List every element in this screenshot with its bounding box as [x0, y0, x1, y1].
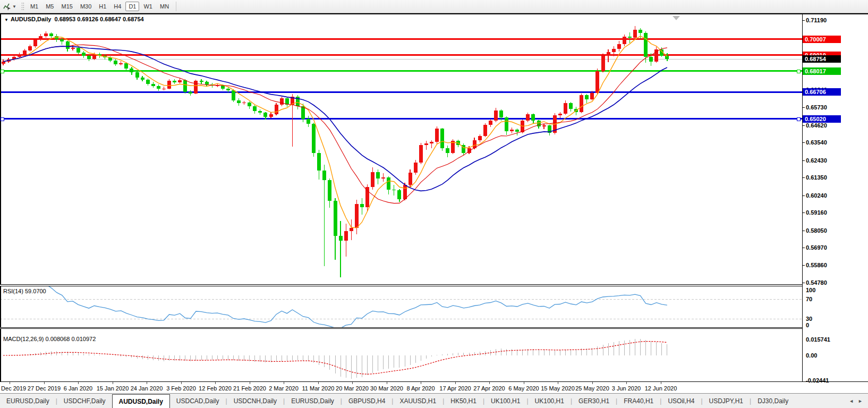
- y-axis-tick: [802, 283, 805, 283]
- candle: [322, 171, 326, 180]
- x-axis-tick: [10, 382, 10, 384]
- x-axis-tick: [455, 382, 456, 384]
- candle: [237, 100, 241, 103]
- rsi-pane[interactable]: [0, 286, 802, 327]
- macd-axis-label: -0.02441: [806, 377, 843, 384]
- price-level-label: 0.68017: [803, 67, 841, 75]
- candle: [607, 52, 610, 56]
- candle: [49, 33, 53, 36]
- tab-hk50-h1[interactable]: HK50,H1: [444, 394, 483, 408]
- main-chart-pane[interactable]: [0, 14, 802, 284]
- chart-cursor-icon[interactable]: [2, 2, 12, 11]
- candle: [194, 81, 198, 94]
- hline-handle[interactable]: [797, 117, 801, 121]
- candle: [494, 110, 498, 121]
- y-axis-tick-label: 0.58050: [806, 227, 843, 234]
- ohlc-high: 0.69126: [77, 16, 98, 22]
- tab-usdchf-daily[interactable]: USDCHF,Daily: [57, 394, 112, 408]
- candle: [28, 46, 32, 50]
- tab-xauusd-h1[interactable]: XAUUSD,H1: [393, 394, 442, 408]
- tf-button-m30[interactable]: M30: [77, 2, 95, 11]
- y-axis-tick: [802, 265, 805, 266]
- toolbar-grip[interactable]: [21, 2, 24, 11]
- hline-handle[interactable]: [1, 70, 4, 73]
- tab-usdjpy-h1[interactable]: USDJPY,H1: [703, 394, 750, 408]
- candle: [355, 204, 359, 228]
- candle: [275, 105, 278, 114]
- candle: [499, 110, 503, 118]
- hline-handle[interactable]: [1, 117, 4, 121]
- candle: [146, 80, 150, 84]
- candle: [82, 53, 86, 56]
- tab-uk100-h1[interactable]: UK100,H1: [484, 394, 526, 408]
- candle: [440, 129, 444, 148]
- candle: [365, 187, 369, 207]
- candle: [649, 57, 653, 62]
- tab-usoil-h4[interactable]: USOil,H4: [661, 394, 701, 408]
- tab-usdcad-daily[interactable]: USDCAD,Daily: [170, 394, 226, 408]
- x-axis-tick: [626, 382, 627, 384]
- tab-gbpusd-h4[interactable]: GBPUSD,H4: [342, 394, 392, 408]
- candle: [280, 98, 284, 105]
- candle: [18, 54, 21, 57]
- rsi-axis-label: 100: [806, 286, 843, 294]
- x-axis-label: 12 Jun 2020: [645, 385, 677, 392]
- macd-axis-label: 0.015741: [806, 336, 843, 343]
- time-axis[interactable]: 18 Dec 201927 Dec 20196 Jan 202015 Jan 2…: [0, 382, 802, 394]
- tab-usdcnh-daily[interactable]: USDCNH,Daily: [227, 394, 283, 408]
- candle: [617, 44, 621, 49]
- y-axis-tick-label: 0.59160: [806, 209, 843, 216]
- x-axis-label: 27 Dec 2019: [28, 385, 61, 392]
- tab-eurusd-daily[interactable]: EURUSD,Daily: [0, 394, 56, 408]
- y-axis-tick-label: 0.71190: [806, 16, 843, 24]
- tf-button-mn[interactable]: MN: [157, 2, 172, 11]
- tab-audusd-daily[interactable]: AUDUSD,Daily: [112, 394, 170, 408]
- candle: [183, 80, 187, 92]
- candle: [157, 86, 160, 89]
- chart-shift-marker[interactable]: [673, 16, 680, 20]
- candle: [226, 89, 230, 91]
- candle: [167, 81, 171, 88]
- x-axis-label: 8 Apr 2020: [406, 385, 435, 392]
- tab-dj30-daily[interactable]: DJ30,Daily: [751, 394, 795, 408]
- x-axis-tick: [661, 382, 661, 384]
- candle: [328, 180, 331, 201]
- hline-handle[interactable]: [797, 70, 801, 73]
- chevron-down-icon[interactable]: ▼: [12, 4, 16, 9]
- pane-separator[interactable]: [0, 327, 802, 329]
- candle: [515, 130, 519, 132]
- x-axis-label: 18 Dec 2019: [0, 385, 26, 392]
- chart-tab-bar: EURUSD,Daily|USDCHF,DailyAUDUSD,DailyUSD…: [0, 393, 868, 408]
- tf-button-h1[interactable]: H1: [96, 2, 109, 11]
- timeframe-buttons: M1M5M15M30H1H4D1W1MN: [27, 2, 173, 11]
- candle: [564, 103, 567, 114]
- candle: [419, 145, 423, 163]
- chart-menu-caret-icon[interactable]: ▼: [4, 18, 8, 22]
- macd-pane[interactable]: [0, 329, 802, 381]
- price-level-label: 0.66706: [803, 88, 841, 96]
- tab-ger30-h1[interactable]: GER30,H1: [572, 394, 616, 408]
- candle: [173, 81, 176, 82]
- tab-uk100-h1[interactable]: UK100,H1: [529, 394, 571, 408]
- rsi-axis-label: 0: [806, 321, 843, 329]
- x-axis-tick: [318, 382, 319, 384]
- x-axis-label: 15 May 2020: [541, 385, 575, 392]
- tf-button-m1[interactable]: M1: [27, 2, 41, 11]
- tf-button-d1[interactable]: D1: [125, 2, 139, 11]
- x-axis-tick: [78, 382, 79, 384]
- tab-eurusd-daily[interactable]: EURUSD,Daily: [285, 394, 341, 408]
- ohlc-low: 0.68647: [100, 16, 121, 22]
- rsi-axis-label: 70: [806, 295, 843, 303]
- y-axis-tick-label: 0.55860: [806, 261, 843, 269]
- candle: [135, 72, 139, 78]
- scroll-tabs-left-icon[interactable]: ◄: [849, 398, 854, 404]
- tf-button-h4[interactable]: H4: [110, 2, 124, 11]
- tf-button-w1[interactable]: W1: [140, 2, 156, 11]
- scroll-tabs-right-icon[interactable]: ►: [858, 398, 863, 404]
- y-axis-tick: [802, 248, 805, 248]
- chart-window[interactable]: ▼AUDUSD,Daily 0.68953 0.69126 0.68647 0.…: [0, 13, 868, 393]
- tf-button-m15[interactable]: M15: [58, 2, 75, 11]
- tf-button-m5[interactable]: M5: [42, 2, 57, 11]
- tab-fra40-h1[interactable]: FRA40,H1: [617, 394, 660, 408]
- pane-separator[interactable]: [0, 284, 802, 286]
